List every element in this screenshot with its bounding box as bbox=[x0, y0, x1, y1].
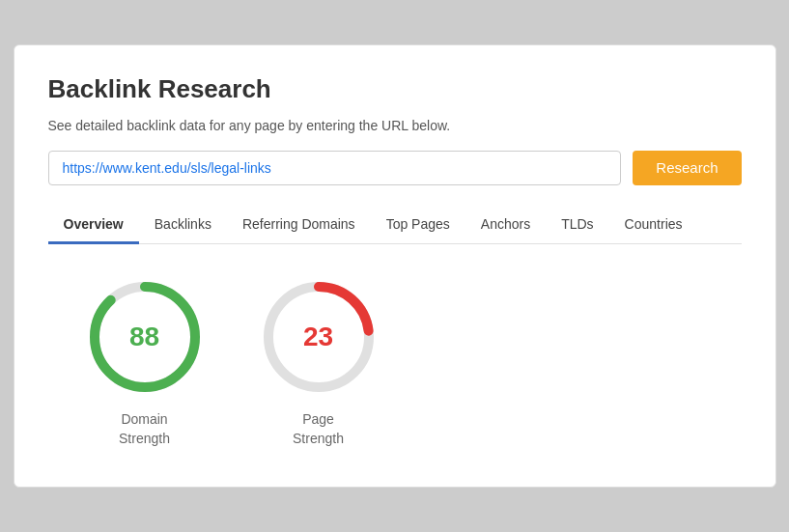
research-button[interactable]: Research bbox=[633, 151, 741, 185]
main-card: Backlink Research See detailed backlink … bbox=[14, 44, 776, 488]
tab-countries[interactable]: Countries bbox=[609, 207, 698, 244]
metric-domain-strength: 88 DomainStrength bbox=[87, 279, 203, 448]
search-row: Research bbox=[48, 151, 742, 185]
page-title: Backlink Research bbox=[48, 74, 742, 104]
page-strength-gauge: 23 bbox=[261, 279, 377, 395]
tab-referring-domains[interactable]: Referring Domains bbox=[227, 207, 371, 244]
page-subtitle: See detailed backlink data for any page … bbox=[48, 118, 742, 133]
page-strength-value: 23 bbox=[303, 322, 333, 352]
url-input[interactable] bbox=[48, 151, 622, 185]
metric-page-strength: 23 PageStrength bbox=[261, 279, 377, 448]
domain-strength-value: 88 bbox=[129, 322, 159, 352]
page-strength-label: PageStrength bbox=[293, 410, 344, 448]
tabs-container: OverviewBacklinksReferring DomainsTop Pa… bbox=[48, 207, 742, 244]
tab-backlinks[interactable]: Backlinks bbox=[139, 207, 227, 244]
domain-strength-label: DomainStrength bbox=[119, 410, 170, 448]
tab-anchors[interactable]: Anchors bbox=[465, 207, 546, 244]
tab-tlds[interactable]: TLDs bbox=[546, 207, 608, 244]
metrics-row: 88 DomainStrength 23 PageStrength bbox=[48, 279, 742, 448]
domain-strength-gauge: 88 bbox=[87, 279, 203, 395]
tab-overview[interactable]: Overview bbox=[48, 207, 139, 244]
tab-top-pages[interactable]: Top Pages bbox=[371, 207, 465, 244]
